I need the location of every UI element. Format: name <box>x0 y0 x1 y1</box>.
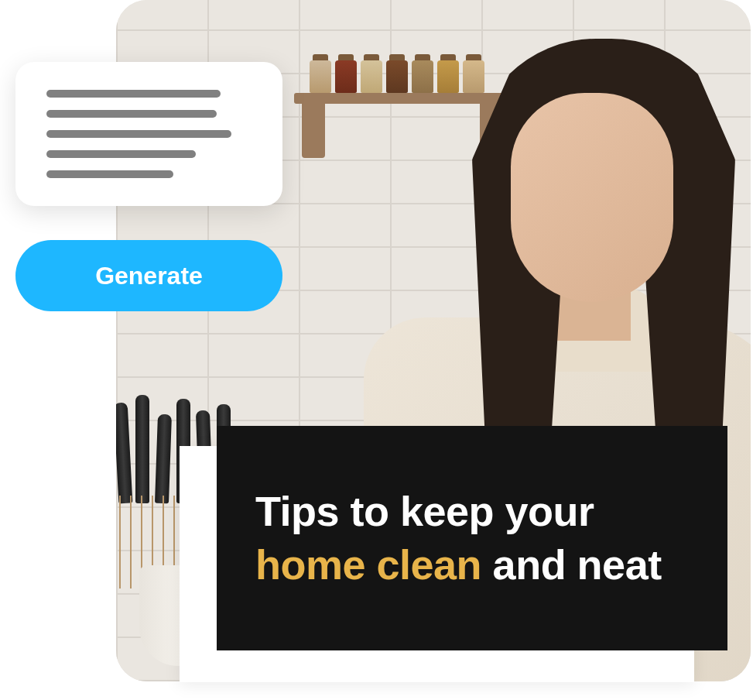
generate-button[interactable]: Generate <box>15 240 282 311</box>
text-placeholder-line <box>46 150 196 158</box>
caption-part2: and neat <box>481 541 662 588</box>
generated-caption-text: Tips to keep your home clean and neat <box>255 485 689 592</box>
shelf-bracket <box>302 104 325 158</box>
text-placeholder-line <box>46 170 173 178</box>
prompt-input-card <box>15 62 282 206</box>
spice-jar <box>310 60 331 93</box>
text-placeholder-line <box>46 90 221 98</box>
caption-highlight: home clean <box>255 541 481 588</box>
generated-caption-panel: Tips to keep your home clean and neat <box>217 426 727 650</box>
text-placeholder-line <box>46 130 231 138</box>
caption-part1: Tips to keep your <box>255 488 594 534</box>
text-placeholder-line <box>46 110 217 118</box>
